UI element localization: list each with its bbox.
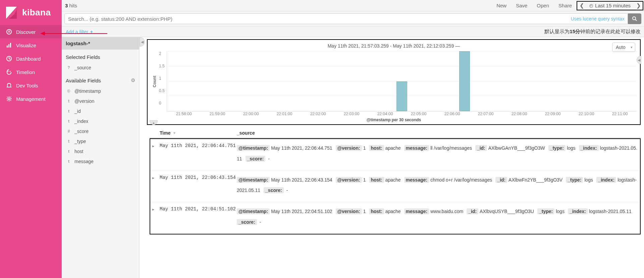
field-message[interactable]: tmessage [62,156,139,166]
field-key: message: [404,208,429,214]
field-type[interactable]: t_type [62,136,139,146]
field-index[interactable]: t_index [62,116,139,126]
field-key: _index: [596,177,616,183]
histogram-chart: May 11th 2021, 21:57:03.259 - May 11th 2… [147,39,641,125]
nav-icon [6,29,16,35]
field-value: - [258,219,261,225]
nav-item-visualize[interactable]: Visualize [0,39,62,52]
clock-icon: ◴ [589,3,593,8]
nav-label: Management [16,96,46,102]
svg-point-11 [8,98,10,100]
field-type-icon: ? [66,65,72,70]
field-value: May 11th 2021, 22:06:44.751 [271,145,332,151]
nav-icon [6,42,16,48]
field-name: @timestamp [74,88,101,94]
column-source[interactable]: _source [237,130,641,136]
field-name: _source [74,65,91,70]
available-fields-title: Available Fields ⚙ [62,73,139,86]
column-time[interactable]: Time ▼ [160,130,237,136]
svg-rect-4 [10,43,11,48]
expand-row-button[interactable]: ▸ [152,143,160,164]
field-id[interactable]: t_id [62,106,139,116]
add-filter-link[interactable]: Add a filter + [66,29,93,34]
svg-rect-3 [8,44,9,48]
field-key: host: [369,177,384,183]
nav-icon [6,96,16,102]
fields-settings-button[interactable]: ⚙ [131,77,135,83]
row-source: @timestamp:May 11th 2021, 22:04:51.102@v… [237,206,638,228]
field-type-icon: t [66,159,72,164]
top-link-open[interactable]: Open [532,3,554,8]
time-range-label[interactable]: ◴ Last 15 minutes [586,3,634,8]
histogram-bar[interactable] [459,51,470,111]
lucene-syntax-link[interactable]: Uses lucene query syntax [571,16,625,21]
top-bar: 3 hits NewSaveOpenShare ❮ ◴ Last 15 minu… [62,0,644,11]
nav-item-dashboard[interactable]: Dashboard [0,52,62,65]
field-value: - [285,188,288,193]
time-prev-button[interactable]: ❮ [577,2,586,9]
field-type-icon: t [66,109,72,114]
nav-item-discover[interactable]: Discover [0,25,62,39]
field-host[interactable]: thost [62,146,139,156]
field-value: apache [385,177,401,183]
top-link-save[interactable]: Save [511,3,532,8]
kibana-logo-icon [5,6,18,19]
search-input[interactable] [64,13,628,24]
sort-desc-icon: ▼ [172,131,176,135]
collapse-fields-button[interactable]: ◀ [140,37,145,47]
field-name: host [74,149,83,154]
nav-item-dev-tools[interactable]: Dev Tools [0,79,62,92]
expand-row-button[interactable]: ▸ [152,175,160,196]
field-timestamp[interactable]: ©@timestamp [62,86,139,96]
field-score[interactable]: #_score [62,126,139,136]
hits-count: 3 hits [62,3,77,8]
selected-fields-title: Selected Fields [62,50,139,63]
time-next-button[interactable]: ❯ [634,2,643,9]
field-key: _index: [568,208,588,214]
field-key: host: [369,208,384,214]
brand-logo[interactable]: kibana [0,0,62,25]
chart-xlabel: @timestamp per 30 seconds [151,116,637,124]
field-value: apache [385,145,401,151]
collapse-chart-up-button[interactable]: ▲ [150,120,158,125]
index-pattern-selector[interactable]: logstash-* [62,37,139,50]
time-picker: ❮ ◴ Last 15 minutes ❯ [577,1,643,10]
field-value: logstash-2021.05.11 [589,209,632,214]
table-header: Time ▼ _source [150,128,641,138]
top-link-share[interactable]: Share [554,3,577,8]
nav-label: Timelion [16,69,35,75]
interval-select[interactable]: Auto [612,43,635,52]
collapse-chart-right-button[interactable]: ◀ [637,56,641,64]
table-row: ▸May 11th 2021, 22:06:44.751@timestamp:M… [150,139,640,171]
search-button[interactable] [628,13,641,24]
field-value: AXlbwFn2YB___9f3gO3V [508,177,562,183]
expand-row-button[interactable]: ▸ [152,206,160,228]
nav-item-timelion[interactable]: Timelion [0,65,62,79]
chart-xaxis: 21:58:0021:59:0022:00:0022:01:0022:02:00… [151,112,637,116]
field-value: May 11th 2021, 22:04:51.102 [271,209,332,214]
svg-point-9 [10,71,11,72]
field-name: message [74,159,94,164]
field-key: _type: [566,177,583,183]
field-source[interactable]: ?_source [62,63,139,73]
svg-line-7 [9,59,10,59]
nav-label: Dev Tools [16,83,38,88]
field-version[interactable]: t@version [62,96,139,106]
documents-table: Time ▼ _source ▸May 11th 2021, 22:06:44.… [150,128,641,234]
field-key: message: [404,145,429,151]
top-link-new[interactable]: New [492,3,511,8]
table-row: ▸May 11th 2021, 22:04:51.102@timestamp:M… [150,202,640,234]
field-type-icon: t [66,139,72,144]
nav-item-management[interactable]: Management [0,92,62,106]
chart-plot-area[interactable] [167,51,637,112]
nav-label: Dashboard [16,56,41,62]
field-value: logs [567,145,576,151]
svg-point-8 [8,71,9,72]
field-key: @timestamp: [237,177,270,183]
field-key: _score: [264,187,284,193]
svg-line-18 [10,97,11,97]
gear-icon: ⚙ [131,77,135,83]
field-name: _type [74,139,86,144]
row-time: May 11th 2021, 22:06:44.751 [160,143,237,164]
histogram-bar[interactable] [396,81,407,112]
